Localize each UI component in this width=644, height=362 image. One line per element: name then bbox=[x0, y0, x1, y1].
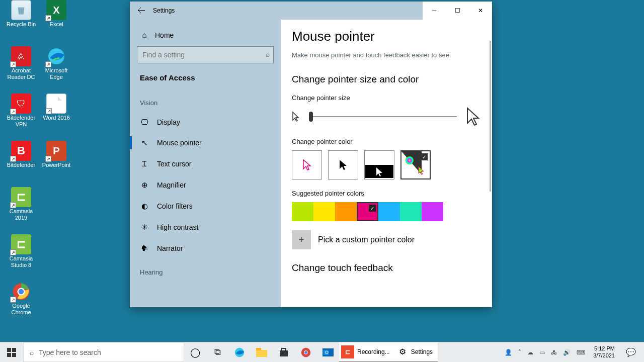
nav-narrator[interactable]: 🗣Narrator bbox=[137, 238, 274, 258]
magnifier-icon: ⊕ bbox=[140, 180, 149, 190]
onedrive-icon[interactable]: ☁ bbox=[525, 349, 535, 356]
text-cursor-icon: Ꮖ bbox=[140, 159, 149, 168]
search-icon: ⌕ bbox=[266, 50, 270, 58]
chrome-taskbar-icon[interactable] bbox=[295, 342, 317, 362]
nav-text-cursor[interactable]: ᏆText cursor bbox=[137, 153, 274, 174]
start-button[interactable] bbox=[0, 342, 23, 362]
svg-point-4 bbox=[19, 289, 24, 295]
search-input[interactable] bbox=[137, 46, 274, 63]
color-swatch-5[interactable] bbox=[400, 202, 422, 221]
home-icon: ⌂ bbox=[140, 31, 149, 39]
nav-display[interactable]: 🖵Display bbox=[137, 112, 274, 132]
outlook-icon[interactable]: O bbox=[317, 342, 339, 362]
section-touch: Change touch feedback bbox=[292, 262, 481, 274]
color-swatch-3[interactable] bbox=[357, 202, 378, 221]
settings-task[interactable]: ⚙ Settings bbox=[395, 342, 438, 362]
titlebar: 🡠 Settings ─ ☐ ✕ bbox=[130, 2, 492, 20]
desktop-icon-powerpoint[interactable]: P↗ PowerPoint bbox=[39, 141, 73, 183]
color-swatch-0[interactable] bbox=[292, 202, 313, 221]
settings-content: Mouse pointer Make mouse pointer and tou… bbox=[281, 20, 492, 307]
camtasia-task[interactable]: ⊏ Recording... bbox=[339, 342, 395, 362]
color-black[interactable] bbox=[328, 150, 358, 179]
clock-time: 5:12 PM bbox=[593, 345, 615, 352]
home-nav[interactable]: ⌂ Home bbox=[137, 26, 274, 46]
desktop-icon-bitdefender-vpn[interactable]: 🛡↗ Bitdefender VPN bbox=[4, 94, 38, 136]
color-swatch-2[interactable] bbox=[335, 202, 357, 221]
pointer-color-options: ✓ bbox=[292, 150, 481, 179]
maximize-button[interactable]: ☐ bbox=[446, 2, 469, 20]
battery-icon[interactable]: ▭ bbox=[537, 349, 547, 356]
size-label: Change pointer size bbox=[292, 94, 481, 102]
nav-color-filters[interactable]: ◐Color filters bbox=[137, 196, 274, 217]
notifications-icon[interactable]: 💬 bbox=[621, 342, 641, 362]
taskbar-search-placeholder: Type here to search bbox=[39, 348, 101, 356]
desktop-icon-bitdefender[interactable]: B↗ Bitdefender bbox=[4, 141, 38, 183]
store-icon[interactable] bbox=[273, 342, 295, 362]
color-white[interactable] bbox=[292, 150, 322, 179]
nav-high-contrast[interactable]: ✳High contrast bbox=[137, 217, 274, 238]
plus-icon[interactable]: + bbox=[292, 230, 311, 249]
pointer-size-slider[interactable] bbox=[309, 116, 457, 117]
system-tray: 👤 ˄ ☁ ▭ 🖧 🔊 ⌨ 5:12 PM 3/7/2021 💬 bbox=[500, 342, 644, 362]
pointer-large-icon bbox=[466, 107, 481, 127]
svg-point-5 bbox=[406, 156, 414, 164]
nav-magnifier[interactable]: ⊕Magnifier bbox=[137, 174, 274, 196]
explorer-icon[interactable] bbox=[251, 342, 273, 362]
settings-sidebar: ⌂ Home ⌕ Ease of Access Vision 🖵Display … bbox=[130, 20, 281, 307]
settings-search[interactable]: ⌕ bbox=[137, 46, 274, 63]
settings-window: 🡠 Settings ─ ☐ ✕ ⌂ Home ⌕ Ease of Access… bbox=[130, 2, 492, 307]
minimize-button[interactable]: ─ bbox=[423, 2, 446, 20]
page-subtitle: Make mouse pointer and touch feedback ea… bbox=[292, 51, 481, 59]
desktop-icon-word[interactable]: ↗ Word 2016 bbox=[39, 94, 73, 136]
section-size-color: Change pointer size and color bbox=[292, 74, 481, 85]
desktop-icon-camtasia-8[interactable]: ⊏↗ Camtasia Studio 8 bbox=[4, 234, 38, 277]
color-inverted[interactable] bbox=[364, 150, 394, 179]
color-swatch-6[interactable] bbox=[422, 202, 443, 221]
settings-task-label: Settings bbox=[411, 348, 433, 355]
suggested-label: Suggested pointer colors bbox=[292, 190, 481, 197]
desktop-icon-recycle-bin[interactable]: Recycle Bin bbox=[4, 0, 38, 42]
cursor-icon: ↖ bbox=[140, 138, 149, 147]
custom-color-row[interactable]: + Pick a custom pointer color bbox=[292, 230, 481, 249]
color-filters-icon: ◐ bbox=[140, 202, 149, 211]
clock-date: 3/7/2021 bbox=[593, 352, 615, 359]
color-swatch-4[interactable] bbox=[378, 202, 400, 221]
svg-text:O: O bbox=[325, 350, 329, 355]
scrollbar[interactable] bbox=[490, 41, 491, 192]
taskbar-search[interactable]: ⌕ Type here to search bbox=[23, 342, 184, 362]
taskbar-clock[interactable]: 5:12 PM 3/7/2021 bbox=[589, 345, 619, 358]
pointer-size-row bbox=[292, 107, 481, 127]
display-icon: 🖵 bbox=[140, 118, 149, 126]
tray-chevron-icon[interactable]: ˄ bbox=[516, 349, 523, 356]
search-icon: ⌕ bbox=[30, 348, 34, 356]
svg-rect-8 bbox=[256, 348, 261, 350]
home-label: Home bbox=[155, 31, 174, 39]
svg-rect-10 bbox=[282, 348, 286, 351]
group-hearing: Hearing bbox=[137, 263, 274, 281]
language-icon[interactable]: ⌨ bbox=[575, 349, 587, 356]
task-view-icon[interactable]: ⧉ bbox=[206, 342, 228, 362]
color-swatch-1[interactable] bbox=[313, 202, 335, 221]
back-button[interactable]: 🡠 bbox=[130, 2, 153, 20]
close-button[interactable]: ✕ bbox=[469, 2, 492, 20]
people-icon[interactable]: 👤 bbox=[503, 349, 514, 356]
volume-icon[interactable]: 🔊 bbox=[561, 349, 573, 356]
window-title: Settings bbox=[153, 7, 175, 14]
slider-thumb[interactable] bbox=[309, 112, 313, 122]
network-icon[interactable]: 🖧 bbox=[549, 349, 559, 356]
narrator-icon: 🗣 bbox=[140, 244, 149, 252]
cortana-icon[interactable]: ◯ bbox=[184, 342, 206, 362]
page-title: Mouse pointer bbox=[292, 29, 481, 44]
high-contrast-icon: ✳ bbox=[140, 223, 149, 232]
edge-taskbar-icon[interactable] bbox=[228, 342, 251, 362]
gear-icon: ⚙ bbox=[397, 347, 408, 356]
desktop-icon-acrobat[interactable]: ⩓↗ Acrobat Reader DC bbox=[4, 46, 38, 88]
color-custom[interactable]: ✓ bbox=[400, 150, 431, 179]
desktop-icon-camtasia-2019[interactable]: ⊏↗ Camtasia 2019 bbox=[4, 187, 38, 229]
taskbar: ⌕ Type here to search ◯ ⧉ O ⊏ Recording.… bbox=[0, 342, 644, 362]
desktop-icon-chrome[interactable]: ↗ Google Chrome bbox=[4, 282, 38, 324]
nav-mouse-pointer[interactable]: ↖Mouse pointer bbox=[137, 132, 274, 153]
desktop-icon-edge[interactable]: ↗ Microsoft Edge bbox=[39, 46, 73, 88]
desktop-icon-excel[interactable]: X↗ Excel bbox=[39, 0, 73, 42]
recording-label: Recording... bbox=[357, 348, 390, 355]
